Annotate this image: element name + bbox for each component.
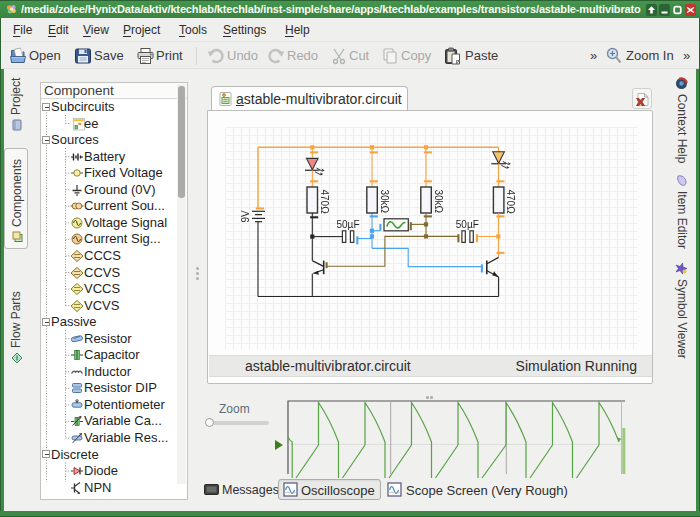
- svg-text:9V: 9V: [240, 210, 251, 223]
- svg-text:50µF: 50µF: [456, 219, 479, 230]
- svg-text:470Ω: 470Ω: [319, 190, 330, 215]
- svg-text:50µF: 50µF: [337, 219, 360, 230]
- svg-text:30kΩ: 30kΩ: [433, 190, 444, 214]
- svg-text:30kΩ: 30kΩ: [379, 190, 390, 214]
- svg-text:470Ω: 470Ω: [505, 190, 516, 215]
